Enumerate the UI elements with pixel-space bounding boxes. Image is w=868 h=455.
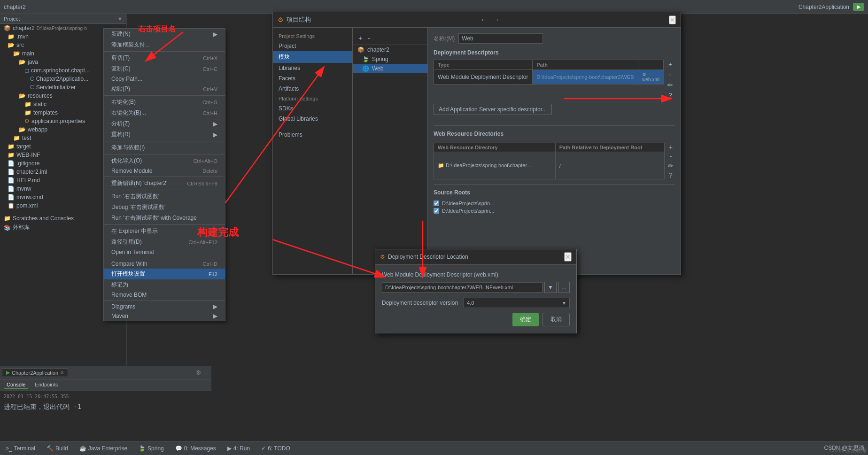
- ctx-optimize-imports[interactable]: 优化导入(O)Ctrl+Alt+O: [104, 155, 225, 166]
- webinf-label: WEB-INF: [16, 152, 40, 158]
- ctx-module-settings[interactable]: 打开模块设置F12: [104, 269, 225, 279]
- run-button[interactable]: ▶: [853, 3, 864, 11]
- ctx-find-usages[interactable]: 右键化(B)Ctrl+G: [104, 97, 225, 108]
- source-root-1[interactable]: D:\IdeaProjects\sprin...: [434, 200, 675, 207]
- ddl-version-label: Deployment descriptor version: [382, 300, 458, 306]
- ps-tree-web[interactable]: 🌐 Web: [353, 64, 427, 73]
- ps-nav-sdks[interactable]: SDKs: [273, 103, 352, 114]
- ctx-analyze[interactable]: 分析(Z)▶: [104, 118, 225, 129]
- iml-label: chapter2.iml: [16, 169, 47, 175]
- ctx-diagrams[interactable]: Diagrams▶: [104, 302, 225, 311]
- ctx-add-deps[interactable]: 添加与依赖(I): [104, 142, 225, 153]
- console-minimize-btn[interactable]: —: [203, 369, 209, 376]
- ps-title-icon: ⚙: [278, 16, 284, 23]
- ctx-copy-path[interactable]: Copy Path...: [104, 74, 225, 84]
- java-file-icon2: C: [30, 84, 34, 91]
- ddl-path-input[interactable]: [382, 282, 542, 293]
- wrd-edit-btn[interactable]: ✏: [666, 162, 675, 170]
- ps-nav-problems[interactable]: Problems: [273, 130, 352, 140]
- ps-section-project-settings: Project Settings: [273, 31, 352, 41]
- ctx-find-in-path[interactable]: 右键化为(B)...Ctrl+H: [104, 108, 225, 118]
- ps-add-server-desc-btn[interactable]: Add Application Server specific descript…: [434, 104, 552, 115]
- ps-dd-help-btn[interactable]: ?: [666, 91, 675, 100]
- java-file-icon: C: [30, 76, 34, 82]
- console-settings-btn[interactable]: ⚙: [196, 369, 202, 376]
- console-tab-console[interactable]: Console: [4, 381, 28, 389]
- gitignore-label: .gitignore: [16, 160, 39, 167]
- wrd-remove-btn[interactable]: -: [666, 152, 675, 161]
- ddl-dropdown-btn[interactable]: ▼: [544, 282, 557, 293]
- run-tab-chapter2[interactable]: ▶ Chapter2Application ✕: [2, 368, 68, 377]
- ps-dd-remove-btn[interactable]: -: [666, 70, 675, 79]
- ctx-path-ref[interactable]: 路径引用(D)Ctrl+Alt+F12: [104, 237, 225, 247]
- source-root-2[interactable]: D:\IdeaProjects\sprin...: [434, 207, 675, 215]
- wrd-help-btn[interactable]: ?: [666, 171, 675, 179]
- ctx-add-framework[interactable]: 添加框架支持...: [104, 39, 225, 50]
- ctx-remove-bom[interactable]: Remove BOM: [104, 290, 225, 300]
- folder-icon-src: 📂: [8, 42, 15, 48]
- ctx-maven[interactable]: Maven▶: [104, 311, 225, 321]
- source-root-1-checkbox[interactable]: [434, 201, 439, 206]
- ps-middle-remove-btn[interactable]: -: [366, 33, 372, 43]
- bottom-tab-terminal[interactable]: >_ Terminal: [4, 445, 37, 452]
- chapter2-label: chapter2: [13, 25, 35, 31]
- ctx-copy[interactable]: 复制(C)Ctrl+C: [104, 63, 225, 74]
- ctx-terminal[interactable]: Open in Terminal: [104, 247, 225, 257]
- ps-toolbar-buttons: ← →: [479, 15, 501, 24]
- ctx-compare-with[interactable]: Compare WithCtrl+D: [104, 259, 225, 269]
- ps-tree-spring[interactable]: 🍃 Spring: [353, 54, 427, 64]
- folder-icon-static: 📁: [24, 101, 31, 108]
- ctx-run-coverage[interactable]: Run '右击测试函数' with Coverage: [104, 213, 225, 224]
- ps-close-btn[interactable]: ✕: [669, 15, 676, 24]
- source-root-2-checkbox[interactable]: [434, 208, 439, 214]
- ctx-recompile[interactable]: 重新编译(N) 'chapter2'Ctrl+Shift+F9: [104, 178, 225, 189]
- ctx-debug[interactable]: Debug '右击测试函数': [104, 202, 225, 213]
- ctx-remove-module[interactable]: Remove ModuleDelete: [104, 166, 225, 176]
- source-roots-title: Source Roots: [434, 189, 675, 196]
- wrd-add-btn[interactable]: +: [666, 143, 675, 151]
- bottom-tab-spring[interactable]: 🍃 Spring: [137, 445, 166, 452]
- ctx-cut[interactable]: 剪切(T)Ctrl+X: [104, 53, 225, 63]
- ctx-paste[interactable]: 粘贴(P)Ctrl+V: [104, 84, 225, 94]
- ps-middle-add-btn[interactable]: +: [356, 33, 364, 43]
- ps-name-input[interactable]: [458, 33, 543, 44]
- ctx-new[interactable]: 新建(N)▶: [104, 29, 225, 39]
- ddl-title: Deployment Descriptor Location: [388, 254, 468, 260]
- ps-nav-artifacts[interactable]: Artifacts: [273, 84, 352, 94]
- console-settings: ⚙ —: [196, 369, 209, 376]
- ddl-close-btn[interactable]: ✕: [564, 252, 572, 262]
- ps-forward-btn[interactable]: →: [491, 15, 501, 24]
- ps-nav-modules[interactable]: 模块: [273, 51, 352, 63]
- ddl-version-combo[interactable]: 4.0 ▼: [464, 298, 570, 308]
- ps-nav-project[interactable]: Project: [273, 41, 352, 51]
- mvnwcmd-label: mvnw.cmd: [16, 194, 43, 201]
- ddl-cancel-btn[interactable]: 取消: [542, 313, 570, 326]
- bottom-tab-todo[interactable]: ✓ 6: TODO: [259, 445, 292, 452]
- bottom-tab-run[interactable]: ▶ 4: Run: [225, 445, 252, 452]
- console-tab-endpoints[interactable]: Endpoints: [32, 381, 61, 389]
- run-tab-close[interactable]: ✕: [60, 370, 64, 375]
- ps-dd-edit-btn[interactable]: ✏: [666, 80, 675, 90]
- ps-source-roots-section: Source Roots D:\IdeaProjects\sprin... D:…: [434, 189, 675, 215]
- ps-dd-path-cell: D:\IdeaProjects\spring-boot\chapter2\WEB: [533, 70, 638, 85]
- ps-nav-facets[interactable]: Facets: [273, 73, 352, 84]
- ps-nav-global-libs[interactable]: Global Libraries: [273, 114, 352, 124]
- bottom-tab-build[interactable]: 🔨 Build: [45, 445, 70, 452]
- ctx-mark-as[interactable]: 标记为: [104, 279, 225, 290]
- ddl-browse-btn[interactable]: ...: [558, 282, 570, 293]
- java-label: java: [28, 59, 38, 65]
- bottom-tab-java-enterprise[interactable]: ☕ Java Enterprise: [78, 445, 129, 452]
- wrd-dir-cell: 📁 D:\IdeaProjects\spring-boot\chapter...: [434, 152, 556, 179]
- bottom-tab-messages[interactable]: 💬 0: Messages: [173, 445, 218, 452]
- ddl-ok-btn[interactable]: 确定: [512, 313, 539, 326]
- ps-tree-chapter2[interactable]: 📦 chapter2: [353, 45, 427, 54]
- ps-nav-libraries[interactable]: Libraries: [273, 63, 352, 73]
- wrd-row[interactable]: 📁 D:\IdeaProjects\spring-boot\chapter...…: [434, 152, 665, 179]
- run-tab-icon: ▶: [6, 370, 10, 376]
- ps-dd-add-btn[interactable]: +: [666, 60, 675, 69]
- ps-dd-row[interactable]: Web Module Deployment Descriptor D:\Idea…: [434, 70, 664, 85]
- ps-back-btn[interactable]: ←: [479, 15, 489, 24]
- ctx-refactor[interactable]: 重构(R)▶: [104, 129, 225, 140]
- ctx-explorer[interactable]: 在 Explorer 中显示: [104, 226, 225, 237]
- ctx-run[interactable]: Run '右击测试函数': [104, 191, 225, 202]
